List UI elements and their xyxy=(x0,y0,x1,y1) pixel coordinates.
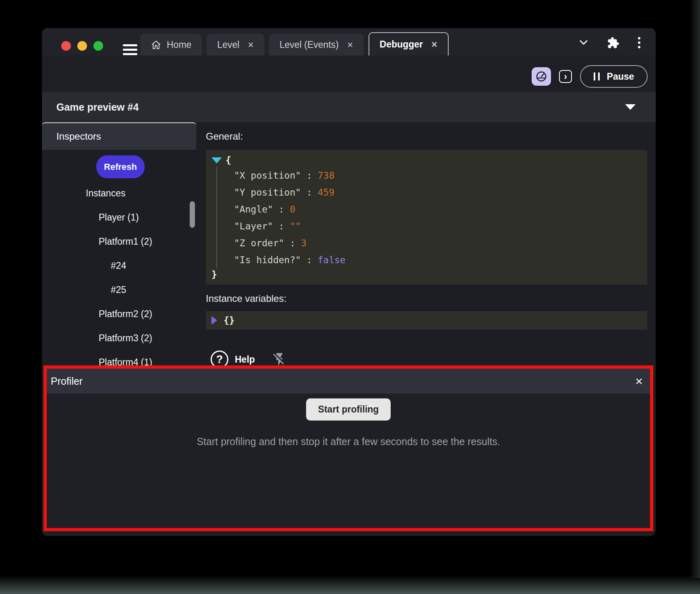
tab-label: Level xyxy=(217,39,239,50)
json-property-x-position: "X position" : 738 xyxy=(234,167,641,184)
minimize-window-button[interactable] xyxy=(77,41,87,51)
close-window-button[interactable] xyxy=(61,41,71,51)
tab-strip: Home Level × Level (Events) × Debugger × xyxy=(140,32,449,56)
tree-item-platform4[interactable]: Platform4 (1) xyxy=(42,350,196,365)
json-property-z-order: "Z order" : 3 xyxy=(234,235,641,252)
game-preview-selector[interactable]: Game preview #4 xyxy=(42,92,656,122)
debugger-content: Inspectors Refresh Instances Player (1) … xyxy=(42,122,656,365)
inspector-tree: Instances Player (1) Platform1 (2) #24 #… xyxy=(42,181,196,365)
gauge-icon xyxy=(535,70,548,83)
tree-item-platform1[interactable]: Platform1 (2) xyxy=(42,229,196,254)
kebab-menu-icon[interactable] xyxy=(637,36,641,49)
tab-home[interactable]: Home xyxy=(140,34,202,56)
tree-item-player[interactable]: Player (1) xyxy=(42,205,196,229)
expand-arrow-icon[interactable] xyxy=(211,316,217,325)
json-open-brace: { xyxy=(226,155,231,165)
pause-label: Pause xyxy=(607,71,634,82)
refresh-button[interactable]: Refresh xyxy=(96,155,145,178)
inspector-detail-panel: General: { "X position" : 738 "Y positio… xyxy=(196,122,656,365)
fullscreen-window-button[interactable] xyxy=(93,41,103,51)
instance-variables-value: {} xyxy=(224,315,235,326)
desktop-edge-glow xyxy=(690,0,700,578)
help-icon[interactable]: ? xyxy=(211,351,228,365)
start-profiling-button[interactable]: Start profiling xyxy=(306,398,391,421)
json-close-brace: } xyxy=(211,269,217,280)
instance-variables-label: Instance variables: xyxy=(206,292,647,305)
tab-level[interactable]: Level × xyxy=(207,34,264,56)
close-profiler-icon[interactable]: × xyxy=(635,375,643,388)
inspectors-header: Inspectors xyxy=(42,122,196,150)
window-controls xyxy=(61,41,103,51)
game-preview-title: Game preview #4 xyxy=(56,101,139,113)
help-label: Help xyxy=(235,354,255,365)
general-section-label: General: xyxy=(206,130,647,143)
collapse-arrow-icon[interactable] xyxy=(211,157,222,163)
profiler-header: Profiler × xyxy=(47,369,650,394)
pause-button[interactable]: Pause xyxy=(580,65,648,88)
tab-level-events[interactable]: Level (Events) × xyxy=(269,34,364,56)
json-property-layer: "Layer" : "" xyxy=(234,218,641,235)
sidebar-scrollbar-thumb[interactable] xyxy=(190,201,195,228)
profiler-panel: Profiler × Start profiling Start profili… xyxy=(43,365,653,531)
profiler-hint-text: Start profiling and then stop it after a… xyxy=(47,436,650,448)
tab-label: Debugger xyxy=(380,39,423,50)
extensions-puzzle-icon[interactable] xyxy=(607,37,619,49)
tree-item-instance-25[interactable]: #25 xyxy=(42,278,196,302)
home-icon xyxy=(151,39,162,50)
flash-off-icon[interactable] xyxy=(272,352,287,365)
app-window: Home Level × Level (Events) × Debugger × xyxy=(42,28,656,536)
inspectors-title: Inspectors xyxy=(56,131,101,142)
tab-label: Home xyxy=(167,39,191,50)
json-property-angle: "Angle" : 0 xyxy=(234,201,641,218)
tab-debugger[interactable]: Debugger × xyxy=(369,32,449,56)
tree-item-instance-24[interactable]: #24 xyxy=(42,254,196,278)
tree-item-platform2[interactable]: Platform2 (2) xyxy=(42,302,196,326)
dropdown-caret-icon xyxy=(625,104,636,110)
profiler-title: Profiler xyxy=(51,375,83,387)
chevron-down-icon[interactable] xyxy=(578,37,589,48)
tab-bar: Home Level × Level (Events) × Debugger × xyxy=(42,28,656,56)
tree-item-platform3[interactable]: Platform3 (2) xyxy=(42,326,196,350)
tree-item-instances[interactable]: Instances xyxy=(42,181,196,205)
close-tab-icon[interactable]: × xyxy=(347,40,353,50)
pause-icon xyxy=(594,72,600,80)
profiler-body: Start profiling Start profiling and then… xyxy=(47,394,650,448)
profiler-toggle-button[interactable] xyxy=(532,67,551,86)
tab-label: Level (Events) xyxy=(280,39,339,50)
desktop-bottom-glow xyxy=(0,575,700,594)
inspectors-sidebar: Inspectors Refresh Instances Player (1) … xyxy=(42,122,196,365)
json-property-y-position: "Y position" : 459 xyxy=(234,184,641,201)
instance-variables-viewer: {} xyxy=(206,311,647,330)
general-json-viewer: { "X position" : 738 "Y position" : 459 … xyxy=(206,150,647,285)
console-button[interactable]: › xyxy=(559,70,572,83)
help-row: ? Help xyxy=(206,351,647,365)
json-property-is-hidden: "Is hidden?" : false xyxy=(234,252,641,268)
close-tab-icon[interactable]: × xyxy=(431,39,437,50)
screenshot-stage: Home Level × Level (Events) × Debugger × xyxy=(0,0,700,594)
close-tab-icon[interactable]: × xyxy=(248,40,254,50)
debugger-toolbar: › Pause xyxy=(42,56,656,92)
tabbar-right-actions xyxy=(578,36,641,49)
